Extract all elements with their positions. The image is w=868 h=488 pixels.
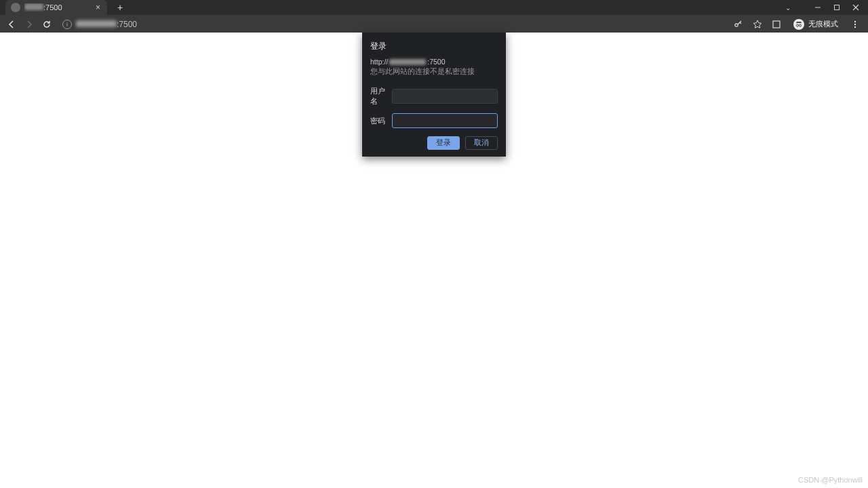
auth-dialog-url: http://:7500 — [370, 58, 498, 66]
incognito-icon — [793, 19, 804, 30]
toolbar-actions: 无痕模式 — [731, 17, 864, 32]
incognito-label: 无痕模式 — [808, 19, 838, 29]
password-key-icon[interactable] — [731, 17, 746, 32]
back-button[interactable] — [4, 17, 19, 32]
http-auth-dialog: 登录 http://:7500 您与此网站的连接不是私密连接 用户名 密码 登录… — [362, 33, 506, 157]
svg-point-8 — [854, 20, 856, 22]
auth-dialog-warning: 您与此网站的连接不是私密连接 — [370, 67, 498, 77]
address-bar[interactable]: i :7500 — [57, 17, 728, 32]
blurred-host — [389, 59, 426, 65]
auth-password-label: 密码 — [370, 116, 392, 126]
auth-password-input[interactable] — [392, 113, 498, 128]
reload-button[interactable] — [39, 17, 54, 32]
auth-dialog-title: 登录 — [370, 41, 498, 52]
globe-icon — [11, 3, 20, 12]
svg-point-9 — [854, 23, 856, 24]
svg-rect-1 — [835, 5, 840, 10]
auth-password-row: 密码 — [370, 113, 498, 128]
auth-username-input[interactable] — [392, 89, 498, 104]
new-tab-button[interactable]: + — [111, 0, 129, 15]
blurred-host — [76, 20, 117, 27]
svg-point-6 — [796, 24, 798, 26]
chevron-down-icon[interactable]: ⌄ — [778, 0, 797, 15]
minimize-icon[interactable] — [808, 0, 827, 15]
close-icon[interactable]: × — [96, 3, 100, 12]
incognito-badge[interactable]: 无痕模式 — [788, 18, 844, 31]
svg-point-4 — [735, 23, 738, 26]
svg-point-10 — [854, 26, 856, 27]
auth-username-label: 用户名 — [370, 86, 392, 106]
auth-username-row: 用户名 — [370, 86, 498, 106]
login-button[interactable]: 登录 — [427, 136, 460, 150]
svg-point-7 — [799, 24, 801, 26]
auth-dialog-buttons: 登录 取消 — [370, 136, 498, 150]
maximize-icon[interactable] — [827, 0, 846, 15]
blurred-host — [24, 3, 43, 10]
watermark-text: CSDN @Pythonwill — [798, 476, 863, 484]
bookmark-star-icon[interactable] — [750, 17, 765, 32]
extensions-icon[interactable] — [769, 17, 784, 32]
browser-tab[interactable]: :7500 × — [5, 0, 107, 15]
forward-button[interactable] — [22, 17, 37, 32]
tab-strip: :7500 × + — [0, 0, 129, 15]
browser-toolbar: i :7500 无痕模式 — [0, 15, 868, 34]
menu-icon[interactable] — [848, 17, 863, 32]
svg-rect-5 — [773, 21, 780, 28]
window-titlebar: ⌄ — [0, 0, 868, 15]
url-text: :7500 — [76, 20, 137, 29]
tab-title: :7500 — [24, 3, 92, 12]
cancel-button[interactable]: 取消 — [465, 136, 498, 150]
site-info-icon[interactable]: i — [62, 20, 72, 29]
window-close-icon[interactable] — [846, 0, 865, 15]
